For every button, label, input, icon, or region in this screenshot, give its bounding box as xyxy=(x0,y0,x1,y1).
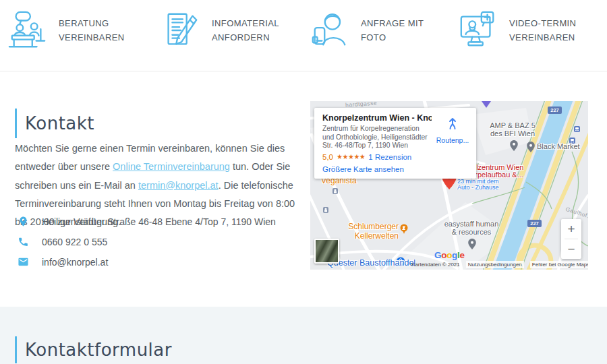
quick-actions-bar: BERATUNG VEREINBAREN INFOMATERIAL ANFORD… xyxy=(0,0,607,71)
larger-map-link[interactable]: Größere Karte ansehen xyxy=(322,165,432,173)
kontakt-heading: Kontakt xyxy=(15,109,94,138)
kontaktformular-section: Kontaktformular xyxy=(0,307,607,364)
phone-icon xyxy=(18,236,29,247)
location-pin-icon xyxy=(18,216,29,227)
place-rating: 5,0 ★★★★★ 1 Rezension xyxy=(322,153,432,161)
map-zoom-control: + − xyxy=(561,219,581,259)
directions-label: Routenp... xyxy=(436,136,469,144)
directions-block[interactable]: Routenp... xyxy=(436,113,469,173)
action-label: VIDEO-TERMIN VEREINBAREN xyxy=(509,16,576,45)
schlumberger-label: Schlumberger Kellerwelten xyxy=(347,222,399,241)
action-label: INFOMATERIAL ANFORDERN xyxy=(212,16,279,45)
zoom-in-button[interactable]: + xyxy=(561,219,581,239)
action-label: ANFRAGE MIT FOTO xyxy=(361,16,424,45)
kontaktformular-heading: Kontaktformular xyxy=(15,336,172,363)
amp-baz-label: AMP & BAZ 5 des BFI Wien xyxy=(480,121,545,138)
rating-stars: ★★★★★ xyxy=(337,153,365,160)
action-anfrage-mit-foto[interactable]: ANFRAGE MIT FOTO xyxy=(309,9,424,51)
directions-icon xyxy=(444,116,461,132)
action-label: BERATUNG VEREINBAREN xyxy=(59,16,125,45)
google-logo[interactable]: Google xyxy=(434,250,465,260)
road-shield-227: 227 xyxy=(527,220,542,227)
page-title-kontaktformular: Kontaktformular xyxy=(25,340,172,360)
quester-label: Quester Baustoffhandel xyxy=(327,258,415,268)
phone-row: 0660 922 0 555 xyxy=(18,236,107,247)
zoom-out-button[interactable]: − xyxy=(561,239,581,259)
photo-request-icon xyxy=(309,9,351,51)
place-title: Knorpelzentrum Wien - Knorp... xyxy=(322,113,432,123)
report-error-link[interactable]: Fehler bei Google Maps melden xyxy=(530,261,588,268)
email-text: info@knorpel.at xyxy=(42,257,108,268)
phone-text: 0660 922 0 555 xyxy=(42,237,107,247)
contact-page: BERATUNG VEREINBAREN INFOMATERIAL ANFORD… xyxy=(0,0,607,364)
termin-email-link[interactable]: termin@knorpel.at xyxy=(138,180,219,191)
terms-link[interactable]: Nutzungsbedingungen xyxy=(466,261,524,268)
rating-value: 5,0 xyxy=(322,153,333,161)
action-beratung-vereinbaren[interactable]: BERATUNG VEREINBAREN xyxy=(7,9,125,51)
email-row: info@knorpel.at xyxy=(18,256,108,268)
page-title-kontakt: Kontakt xyxy=(25,113,94,133)
document-pencil-icon xyxy=(160,9,202,51)
map-info-card: Knorpelzentrum Wien - Knorp... Zentrum f… xyxy=(314,108,476,179)
video-call-icon xyxy=(457,9,499,51)
consultation-icon xyxy=(7,9,49,51)
accent-bar xyxy=(15,109,17,138)
envelope-icon xyxy=(18,256,29,268)
destination-eta-line2: Auto - Zuhause xyxy=(457,185,499,191)
address-text: Heiligenstädter Straße 46-48 Ebene 4/Top… xyxy=(42,216,276,227)
action-video-termin[interactable]: VIDEO-TERMIN VEREINBAREN xyxy=(457,9,576,51)
header-divider xyxy=(0,71,607,71)
online-terminvereinbarung-link[interactable]: Online Terminvereinbarung xyxy=(113,161,230,172)
address-row: Heiligenstädter Straße 46-48 Ebene 4/Top… xyxy=(18,216,276,227)
street-view-thumbnail[interactable] xyxy=(314,239,339,264)
place-description: Zentrum für Korpelregeneration und Ortho… xyxy=(322,125,432,150)
black-market-label: Black Market xyxy=(537,142,580,150)
road-shield-227: 227 xyxy=(548,107,562,114)
action-infomaterial-anfordern[interactable]: INFOMATERIAL ANFORDERN xyxy=(160,9,279,51)
map-copyright: Kartendaten © 2021 xyxy=(411,262,460,268)
map-attribution: Kartendaten © 2021 Nutzungsbedingungen F… xyxy=(411,261,588,268)
reviews-link[interactable]: 1 Rezension xyxy=(368,153,411,161)
easystaff-label: easystaff human & resources xyxy=(442,220,500,237)
google-map-embed[interactable]: hardtgasse AMP & BAZ 5 des BFI Wien Blac… xyxy=(310,101,588,270)
accent-bar xyxy=(15,336,17,363)
